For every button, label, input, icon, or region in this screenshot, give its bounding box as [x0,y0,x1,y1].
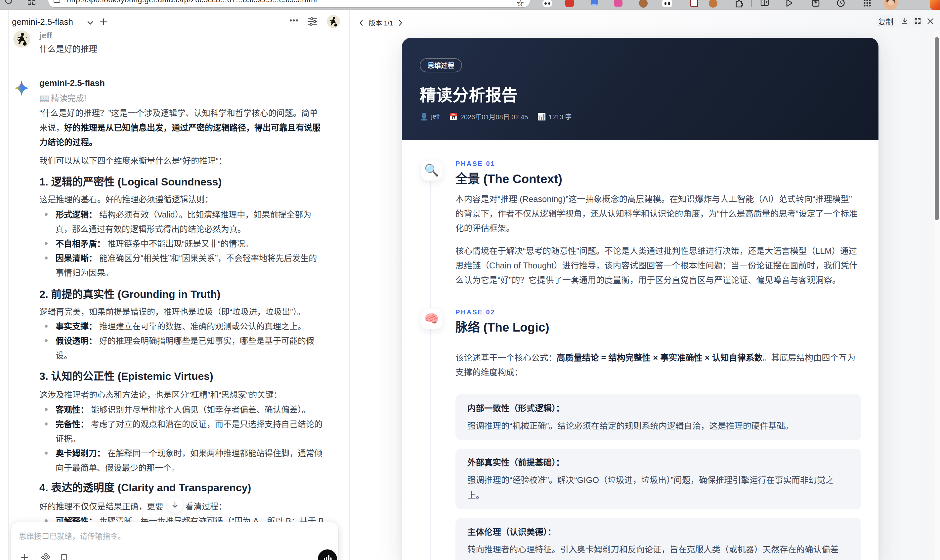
extension-icon[interactable] [590,0,599,8]
extension-icon[interactable] [662,0,672,8]
bookmark-star-icon[interactable]: ☆ [517,0,524,7]
bullet-dot [45,452,48,455]
scroll-to-bottom-button[interactable] [166,496,183,513]
attach-button[interactable] [20,553,29,560]
book-icon: 📖 [39,94,49,103]
hero-badge: 思维过程 [420,58,462,72]
bullet-dot [45,339,48,342]
assistant-paragraph: 这涉及推理者的心态和方法论，也是区分“杠精”和“思想家”的关键： [39,388,330,402]
text-line: 完备性： 考虑了对立的观点和潜在的反证，而不是只选择支持自己结论的 [39,417,330,431]
artifact-actions: 复制 [875,15,936,27]
text-line: 转向推理者的心理特征。引入奥卡姆剃刀和反向论证，旨在克服人类（或机器）天然存在的… [467,542,849,557]
card-title: 外部真实性（前提基础）： [467,455,849,470]
user-message-avatar[interactable] [13,31,31,48]
browser-profile-avatar[interactable] [884,0,898,10]
extension-icon[interactable] [565,0,575,8]
extension-icon[interactable] [709,0,718,8]
phase1-icon: 🔍 [421,160,442,181]
message-divider [58,37,343,37]
extension-icon[interactable] [760,0,769,8]
text-line: 思维链（Chain of Thought）进行推导，该内容试图回答一个根本性问题… [455,258,866,273]
extension-icon[interactable] [639,0,648,8]
user-message-text: 什么是好的推理 [39,42,330,56]
text-line: 证据。 [39,431,330,446]
document-body: 🔍 PHASE 01 全景 (The Context) 本内容是对“推理 (Re… [402,140,878,560]
version-label: 版本 1/1 [369,18,393,28]
more-options-button[interactable]: ••• [288,16,300,25]
list-item: 客观性： 能够识别并尽量排除个人偏见（如幸存者偏差、确认偏差）。 [39,402,330,417]
page-info-icon[interactable] [54,0,60,3]
text-line: 向于最简单、假设最少的那一个。 [39,460,330,475]
bullet-dot [45,325,48,328]
phase-timeline [430,163,431,560]
text-line: 本内容是对“推理 (Reasoning)”这一抽象概念的高层建模。在知识爆炸与人… [455,192,866,206]
logic-card-1: 内部一致性（形式逻辑）：强调推理的“机械正确”。结论必须在给定的规则系统内逻辑自… [455,394,861,440]
extension-icon[interactable] [690,0,700,8]
chat-input[interactable]: 思维接口已就绪，请传输指令。 [11,522,339,560]
assistant-avatar [14,80,29,96]
assistant-list: 形式逻辑： 结构必须有效（Valid）。比如演绎推理中，如果前提全部为真，那么通… [39,207,330,280]
extension-icon[interactable] [734,0,744,8]
text-line: 支撑的维度构成： [455,365,866,380]
apps-grid-icon[interactable] [28,0,36,6]
phase1-paragraph-2: 核心情境在于解决“思考的随意性”问题。不论是人类通过批判性思维进行决策，还是大语… [455,244,866,287]
text-line: 不自相矛盾： 推理链条中不能出现“既是又非”的情况。 [39,236,330,251]
phase2-label: PHASE 02 [455,308,495,316]
assistant-heading: 3. 认知的公正性 (Epistemic Virtues) [39,369,330,383]
list-item: 奥卡姆剃刀： 在解释同一个现象时，如果两种推理都能站得住脚，通常倾向于最简单、假… [39,446,330,475]
artifact-scrollbar[interactable] [934,31,940,560]
text-line: 么认为它是“好”的？它提供了一套通用的度量衡，用于区分直觉盲区与严谨论证、偏见噪… [455,273,866,287]
text-line: 设。 [39,348,330,363]
version-prev-button[interactable] [358,19,365,26]
text-line: 力结论的过程。 [39,135,330,149]
document-hero: 思维过程 精读分析报告 👤 jeff 📅 2026年01月08日 02:45 📊… [402,38,878,140]
assistant-list: 事实支撑： 推理建立在可靠的数据、准确的观测或公认的真理之上。假设透明： 好的推… [39,319,330,363]
word-count: 1213 字 [549,112,572,122]
extension-icon[interactable] [863,0,872,8]
close-button[interactable] [925,15,936,27]
reload-icon[interactable] [5,0,12,4]
gemini-logo-icon [14,80,29,96]
text-line: 因果清晰： 能准确区分“相关性”和“因果关系”，不会轻率地将先后发生的 [39,251,330,265]
extension-icon[interactable] [614,0,623,8]
new-topic-button[interactable] [99,17,108,27]
logic-card-2: 外部真实性（前提基础）：强调推理的“经验校准”。解决“GIGO（垃圾进，垃圾出）… [455,449,861,509]
browser-side-icon[interactable] [930,0,940,10]
extension-icon[interactable] [836,0,845,8]
document-page: 思维过程 精读分析报告 👤 jeff 📅 2026年01月08日 02:45 📊… [402,38,878,560]
copy-button[interactable]: 复制 [875,15,896,27]
extension-icon[interactable] [784,0,794,8]
assistant-heading: 2. 前提的真实性 (Grounding in Truth) [39,288,330,301]
text-line: （Confirmation Bias）。 [467,557,849,560]
version-next-button[interactable] [396,19,404,26]
list-item: 事实支撑： 推理建立在可靠的数据、准确的观测或公认的真理之上。 [39,319,330,334]
assistant-list: 客观性： 能够识别并尽量排除个人偏见（如幸存者偏差、确认偏差）。完备性： 考虑了… [39,402,330,475]
app: gemini-2.5-flash ••• jeff什么是好的推理 [0,10,940,560]
artifact-scrollbar-thumb[interactable] [935,37,939,220]
screen: http://spo.looksyoung.get.data.ts/p/26c5… [0,0,940,560]
phase1-label: PHASE 01 [455,160,495,168]
url-bar[interactable]: http://spo.looksyoung.get.data.ts/p/26c5… [48,0,530,7]
chevron-down-icon[interactable] [86,18,95,27]
text-line: 事情归为因果。 [39,265,330,280]
voice-input-button[interactable] [318,549,337,560]
skills-button[interactable] [41,553,50,560]
user-avatar[interactable] [327,15,340,28]
card-title: 主体伦理（认识美德）： [467,525,849,539]
text-line: 客观性： 能够识别并尽量排除个人偏见（如幸存者偏差、确认偏差）。 [39,402,330,417]
author-icon: 👤 [420,113,428,121]
expand-button[interactable] [912,15,923,27]
model-settings-button[interactable] [307,16,318,27]
chat-panel: gemini-2.5-flash ••• jeff什么是好的推理 [9,10,349,560]
extension-icon[interactable] [542,0,552,8]
input-placeholder: 思维接口已就绪，请传输指令。 [19,530,125,541]
version-nav: 版本 1/1 [354,18,407,28]
download-button[interactable] [899,15,910,27]
browser-toolbar: http://spo.looksyoung.get.data.ts/p/26c5… [0,0,940,10]
text-line: 强调推理的“经验校准”。解决“GIGO（垃圾进，垃圾出）”问题，确保推理引擎运行… [467,472,849,488]
save-topic-button[interactable] [60,553,68,560]
extension-icon[interactable] [811,0,820,8]
model-selector[interactable]: gemini-2.5-flash [12,17,73,27]
assistant-paragraph: 我们可以从以下四个维度来衡量什么是“好的推理”： [39,153,330,168]
assistant-paragraph: 这是推理的基石。好的推理必须遵循逻辑法则： [39,192,330,207]
